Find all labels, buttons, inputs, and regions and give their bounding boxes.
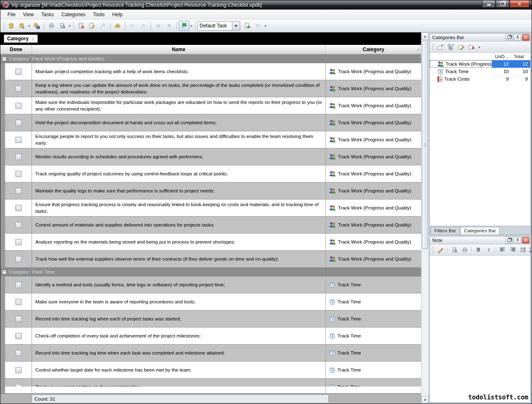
highlight-mode-dropdown-icon[interactable]: ▾ (190, 24, 193, 28)
task-row[interactable]: Record into time tracking log when each … (0, 310, 421, 328)
collapse-icon[interactable]: − (2, 270, 7, 274)
open-database-dropdown-icon[interactable]: ▾ (27, 24, 31, 28)
task-row[interactable]: Check-off completion of every task and a… (0, 328, 421, 345)
task-template-combobox[interactable]: Default Task (197, 21, 232, 30)
note-print-button[interactable] (460, 246, 469, 254)
note-content[interactable]: todolistsoft.com (430, 256, 530, 402)
task-row[interactable]: Make sure everyone in the team is aware … (0, 293, 421, 310)
highlight-mode-button[interactable] (179, 21, 190, 31)
move-up-button[interactable] (138, 21, 149, 31)
done-checkbox[interactable] (15, 154, 22, 160)
minimize-button[interactable] (482, 0, 495, 7)
print-preview-button[interactable] (57, 21, 68, 31)
group-by-chip[interactable]: Category △ (4, 34, 38, 43)
task-row[interactable]: Monitor results according to schedules a… (0, 148, 421, 165)
done-checkbox[interactable] (15, 333, 22, 339)
add-subcategory-button[interactable] (446, 43, 456, 51)
menu-tools[interactable]: Tools (89, 10, 108, 19)
categories-toolbar-overflow-icon[interactable]: ▾ (478, 45, 481, 49)
task-row[interactable]: Maintain the quality logs to make sure t… (0, 182, 421, 200)
edit-task-button[interactable] (86, 21, 97, 31)
done-checkbox[interactable] (15, 239, 22, 245)
italic-button[interactable]: I (484, 246, 493, 254)
task-row[interactable]: Track your current position on the proje… (0, 379, 421, 387)
panel-close-icon[interactable]: ✕ (522, 237, 530, 244)
bullet-list-button[interactable] (519, 246, 528, 254)
move-bottom-button[interactable] (153, 21, 164, 31)
align-left-button[interactable] (498, 246, 507, 254)
delete-button[interactable] (253, 21, 264, 31)
note-print-preview-button[interactable] (450, 246, 459, 254)
panel-restore-icon[interactable] (505, 237, 513, 244)
panel-pin-icon[interactable] (514, 237, 521, 244)
task-row[interactable]: Ensure that progress tracking process is… (0, 200, 421, 217)
apply-template-button[interactable] (242, 21, 253, 31)
toolbar-overflow-icon[interactable]: ▾ (264, 24, 267, 28)
scrollbar-thumb[interactable] (422, 40, 428, 249)
task-row[interactable]: Make sure the individuals responsible fo… (0, 97, 421, 114)
done-checkbox[interactable] (15, 69, 22, 75)
task-template-combobox-dropdown[interactable] (232, 21, 240, 30)
done-checkbox[interactable] (15, 188, 22, 194)
move-down-button[interactable] (127, 21, 138, 31)
task-row[interactable]: Control whether target date for each mil… (0, 362, 421, 379)
menu-tasks[interactable]: Tasks (37, 10, 58, 19)
task-row[interactable]: Analyze reporting on the materials being… (0, 234, 421, 251)
table-scrollbar[interactable]: ▲ ▼ (421, 32, 429, 404)
menu-help[interactable]: Help (108, 10, 126, 19)
align-right-button[interactable] (508, 246, 517, 254)
tree-row-track-time[interactable]: Track Time 10 10 (430, 68, 530, 75)
task-row[interactable]: Keep a log where you can update the amou… (0, 80, 421, 97)
done-checkbox[interactable] (15, 282, 22, 288)
task-tools-button[interactable] (97, 21, 108, 31)
done-checkbox[interactable] (15, 103, 22, 109)
open-database-button[interactable] (17, 21, 27, 31)
task-row[interactable]: Track how well the external suppliers ob… (0, 251, 421, 268)
restore-button[interactable] (496, 0, 509, 7)
group-band[interactable]: −Category: Track Time (0, 268, 421, 276)
print-preview-dropdown-icon[interactable]: ▾ (68, 24, 71, 28)
column-header-done[interactable]: Done (0, 45, 32, 54)
panel-pin-icon[interactable] (514, 34, 521, 41)
collapse-icon[interactable]: − (2, 57, 7, 61)
menu-categories[interactable]: Categories (58, 10, 89, 19)
note-edit-pen-button[interactable] (436, 246, 445, 254)
task-row[interactable]: Identify a method and tools (usually for… (0, 276, 421, 293)
tab-filters-bar[interactable]: Filters Bar (431, 227, 460, 234)
move-top-button[interactable] (164, 21, 175, 31)
save-database-button[interactable] (31, 21, 42, 31)
task-row[interactable]: Record into time tracking log time when … (0, 345, 421, 362)
menu-view[interactable]: View (19, 10, 37, 19)
add-category-button[interactable] (436, 43, 445, 51)
panel-close-icon[interactable]: ✕ (522, 34, 530, 41)
panel-restore-icon[interactable] (505, 34, 513, 41)
note-toolbar-overflow-icon[interactable]: »▾ (529, 246, 532, 253)
done-checkbox[interactable] (15, 316, 22, 322)
done-checkbox[interactable] (15, 86, 22, 92)
edit-category-button[interactable] (457, 43, 466, 51)
task-row[interactable]: Control amount of materials and supplies… (0, 217, 421, 234)
done-checkbox[interactable] (15, 120, 22, 126)
menu-file[interactable]: File (4, 10, 19, 19)
scroll-down-icon[interactable]: ▼ (421, 396, 429, 404)
column-header-name[interactable]: Name (32, 45, 325, 54)
task-row[interactable]: Encourage people to report to you not on… (0, 131, 421, 148)
done-checkbox[interactable] (15, 367, 22, 373)
done-checkbox[interactable] (15, 171, 22, 177)
new-task-button[interactable] (76, 21, 86, 31)
tree-column-total[interactable]: Total (512, 53, 530, 60)
done-checkbox[interactable] (15, 299, 22, 305)
group-band[interactable]: −Category: Track Work (Progress and Qual… (0, 54, 421, 63)
done-checkbox[interactable] (15, 350, 22, 356)
tree-column-undone[interactable]: UnD... (493, 53, 512, 60)
scroll-up-icon[interactable]: ▲ (421, 32, 429, 40)
task-row[interactable]: Track ongoing quality of project outcome… (0, 165, 421, 182)
done-checkbox[interactable] (15, 256, 22, 262)
task-row[interactable]: Hold the project decomposition document … (0, 114, 421, 131)
delete-category-button[interactable] (467, 43, 476, 51)
task-row[interactable]: Maintain project completion tracking wit… (0, 63, 421, 80)
tree-row-track-work[interactable]: Track Work (Progress and 12 12 (430, 60, 530, 68)
bold-button[interactable]: B (474, 246, 483, 254)
new-database-button[interactable] (6, 21, 17, 31)
search-button[interactable] (112, 21, 123, 31)
